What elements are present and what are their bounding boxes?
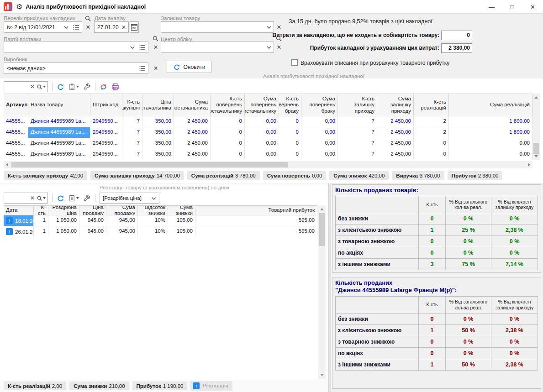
batch-clear-icon[interactable]: ✕	[152, 43, 159, 52]
stock-combobox[interactable]	[161, 21, 274, 33]
grid-cell[interactable]: 7	[122, 116, 142, 127]
grid-cell[interactable]: 10%	[138, 226, 168, 237]
grid-cell[interactable]: 2 450,00	[377, 127, 414, 138]
grid-cell[interactable]: 0	[414, 138, 449, 149]
search-icon[interactable]	[36, 195, 47, 201]
grid-cell[interactable]: 0	[414, 149, 449, 160]
grid-cell[interactable]: 0,00	[245, 149, 279, 160]
grid-cell[interactable]: Джинси 44555989 La...	[28, 138, 90, 149]
grid-cell[interactable]: 0	[279, 149, 301, 160]
grid-search-box[interactable]: ✕	[4, 81, 48, 92]
grid-search-input[interactable]	[4, 84, 29, 90]
column-header[interactable]: К-сть реалізацій	[414, 94, 449, 116]
column-header[interactable]: Сума реалізацій	[449, 94, 532, 116]
invoice-list-combobox[interactable]: № 2 від 12/01/2021	[4, 21, 82, 33]
grid-cell[interactable]: Джинси 44555989 La...	[28, 116, 90, 127]
column-header[interactable]: Штрих-код	[90, 94, 122, 116]
grid-cell[interactable]: 2 450,00	[174, 116, 211, 127]
list-icon[interactable]	[137, 45, 148, 50]
grid-cell[interactable]: Джинси 44555989 La...	[28, 127, 90, 138]
grid-cell[interactable]: 0	[211, 127, 245, 138]
grid-cell[interactable]: 0,00	[301, 116, 338, 127]
grid-cell[interactable]: 1 050,00	[48, 215, 79, 226]
grid-cell-date[interactable]: ↑18.01.2021	[4, 215, 34, 226]
column-header[interactable]: Ціна продажу	[79, 206, 106, 215]
column-header[interactable]: Роздрібна ціна	[48, 206, 79, 215]
refresh-icon[interactable]	[57, 83, 64, 91]
refresh-button[interactable]: Оновити	[167, 61, 211, 73]
print-icon[interactable]	[111, 83, 119, 91]
grid-cell[interactable]: 0	[211, 138, 245, 149]
grid-cell[interactable]: 2	[414, 116, 449, 127]
list-icon[interactable]	[137, 66, 148, 71]
grid-cell[interactable]: 0,00	[245, 138, 279, 149]
grid-cell[interactable]: 0,00	[449, 149, 532, 160]
grid-cell[interactable]: 2949550...	[90, 149, 122, 160]
search-clear-icon[interactable]: ✕	[29, 84, 36, 90]
grid-cell[interactable]: 945,00	[79, 226, 106, 237]
column-header[interactable]: Сума постачальника	[174, 94, 211, 116]
manufacturer-combobox[interactable]: <немає даних>	[4, 63, 148, 74]
refresh-icon[interactable]	[57, 194, 64, 202]
column-header[interactable]: Сума знижки	[168, 206, 195, 215]
grid-cell[interactable]: 0	[211, 116, 245, 127]
manufacturer-clear-icon[interactable]: ✕	[152, 64, 159, 73]
grid-cell[interactable]: 595,00	[195, 215, 317, 226]
grid-cell[interactable]: 1 890,00	[449, 127, 532, 138]
settings-wrench-icon[interactable]	[83, 194, 91, 202]
grid-cell[interactable]: 2949550...	[90, 138, 122, 149]
chevron-down-icon[interactable]	[128, 46, 137, 49]
grid-cell[interactable]: 2 450,00	[174, 138, 211, 149]
grid-cell[interactable]: 2 450,00	[174, 127, 211, 138]
grid-cell-date[interactable]: ↑26.01.2021	[4, 226, 34, 237]
batch-combobox[interactable]	[4, 42, 148, 53]
column-header[interactable]: К-сть повернень постачальнику	[211, 94, 245, 116]
expenses-input[interactable]: 0	[441, 31, 472, 40]
column-header[interactable]: Сума продажу	[106, 206, 138, 215]
report-clipboard-icon[interactable]	[69, 83, 79, 90]
grid-cell[interactable]: 10%	[138, 215, 168, 226]
grid-cell[interactable]: 1 050,00	[48, 226, 79, 237]
calendar-button[interactable]: 23	[130, 21, 139, 33]
column-header[interactable]: К-сть повернень браку	[279, 94, 301, 116]
close-button[interactable]: ✕	[522, 0, 543, 14]
grid-cell[interactable]: 945,00	[79, 215, 106, 226]
grid-cell[interactable]: 350,00	[142, 127, 174, 138]
grid-cell[interactable]: 595,00	[195, 226, 317, 237]
grid-cell[interactable]: 44555...	[4, 127, 28, 138]
column-header[interactable]: К-сть	[34, 206, 48, 215]
grid-cell[interactable]: 2	[414, 127, 449, 138]
column-header[interactable]: Сума повернень постачальнику	[245, 94, 279, 116]
grid-cell[interactable]: 2 450,00	[377, 149, 414, 160]
column-header[interactable]: Товарний прибуток	[195, 206, 317, 215]
grid-cell[interactable]: Джинси 44555989 La...	[28, 149, 90, 160]
column-header[interactable]: Сума повернень браку	[301, 94, 338, 116]
grid-cell[interactable]: 1	[34, 215, 48, 226]
grid-cell[interactable]: 44555...	[4, 116, 28, 127]
date-clear-icon[interactable]: ✕	[119, 24, 128, 31]
column-header[interactable]: К-сть залишку приходу	[338, 94, 377, 116]
main-grid-hscrollbar[interactable]	[4, 161, 532, 168]
grid-cell[interactable]: 0,00	[449, 138, 532, 149]
grid-cell[interactable]: 350,00	[142, 116, 174, 127]
grid-cell[interactable]: 2 450,00	[377, 138, 414, 149]
maximize-button[interactable]: □	[502, 0, 522, 14]
grid-cell[interactable]: 105,00	[168, 215, 195, 226]
grid-cell[interactable]: 7	[338, 116, 377, 127]
grid-cell[interactable]: 945,00	[106, 215, 138, 226]
settings-wrench-icon[interactable]	[83, 83, 91, 91]
grid-cell[interactable]: 7	[338, 138, 377, 149]
grid-cell[interactable]: 44555...	[4, 149, 28, 160]
grid-cell[interactable]: 0,00	[245, 116, 279, 127]
column-header[interactable]: Дата	[4, 206, 34, 215]
list-icon[interactable]	[71, 25, 82, 30]
grid-search-input[interactable]	[4, 195, 29, 201]
column-header[interactable]: К-сть закупівлі	[122, 94, 142, 116]
minimize-button[interactable]: —	[481, 0, 502, 14]
main-grid-vscrollbar[interactable]	[532, 94, 540, 160]
report-clipboard-icon[interactable]	[69, 194, 79, 202]
grid-cell[interactable]: 0	[279, 116, 301, 127]
grid-cell[interactable]: 7	[338, 127, 377, 138]
grid-cell[interactable]: 0,00	[301, 127, 338, 138]
grid-cell[interactable]: 7	[122, 149, 142, 160]
